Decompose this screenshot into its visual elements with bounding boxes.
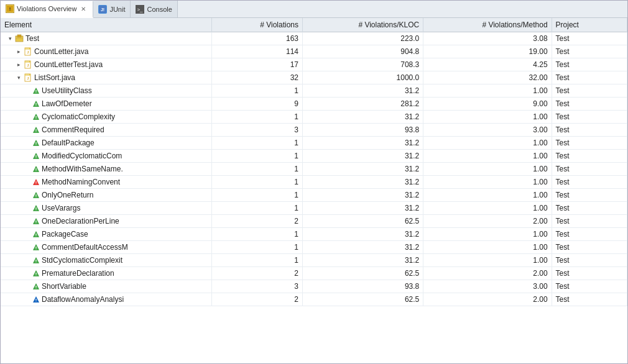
table-row[interactable]: PackageCase 131.21.00Test (1, 228, 627, 241)
col-header-kloc[interactable]: # Violations/KLOC (303, 18, 423, 32)
violations-kloc: 31.2 (303, 137, 423, 150)
svg-text:>_: >_ (137, 7, 144, 12)
svg-text:J: J (27, 50, 29, 54)
violations-count: 17 (212, 58, 303, 71)
svg-point-24 (35, 92, 36, 93)
violations-method: 3.00 (423, 124, 552, 137)
table-row[interactable]: LawOfDemeter 9281.29.00Test (1, 98, 627, 111)
table-row[interactable]: DefaultPackage 131.21.00Test (1, 137, 627, 150)
violation-green-icon (32, 165, 40, 173)
table-row[interactable]: UseUtilityClass 131.21.00Test (1, 84, 627, 98)
table-row[interactable]: CommentRequired 393.83.00Test (1, 124, 627, 137)
element-label: MethodNamingConvent (42, 178, 120, 186)
violations-table: Element # Violations # Violations/KLOC #… (1, 18, 627, 306)
tab-console[interactable]: >_ Console (131, 1, 177, 17)
table-row[interactable]: UseVarargs 131.21.00Test (1, 202, 627, 215)
element-label: DefaultPackage (42, 139, 95, 147)
collapse-arrow[interactable]: ▾ (16, 75, 22, 81)
violation-green-icon (32, 283, 40, 290)
violations-kloc: 223.0 (303, 32, 423, 45)
junit-icon: J! (98, 5, 107, 14)
violations-method: 1.00 (423, 84, 552, 98)
table-body: ▾ Test 163223.03.08Test ▸ J CountLetter.… (1, 32, 627, 306)
violations-method: 2.00 (423, 267, 552, 280)
project-label: Test (552, 215, 627, 228)
violations-method: 3.08 (423, 32, 552, 45)
project-label: Test (552, 71, 627, 84)
violations-kloc: 31.2 (303, 202, 423, 215)
project-label: Test (552, 58, 627, 71)
table-row[interactable]: StdCyclomaticComplexit 131.21.00Test (1, 254, 627, 267)
table-row[interactable]: ModifiedCyclomaticCom 131.21.00Test (1, 150, 627, 163)
collapse-arrow[interactable]: ▾ (7, 35, 13, 42)
violations-count: 9 (212, 98, 303, 111)
violations-method: 1.00 (423, 189, 552, 202)
violations-count: 1 (212, 254, 303, 267)
element-label: PrematureDeclaration (42, 269, 114, 278)
violations-kloc: 31.2 (303, 111, 423, 124)
expand-arrow[interactable]: ▸ (16, 61, 22, 68)
project-label: Test (552, 111, 627, 124)
table-row[interactable]: ShortVariable 393.83.00Test (1, 280, 627, 293)
violations-method: 1.00 (423, 241, 552, 254)
project-label: Test (552, 84, 627, 98)
violations-method: 1.00 (423, 163, 552, 176)
violations-count: 3 (212, 124, 303, 137)
element-label: OnlyOneReturn (42, 191, 93, 199)
violations-count: 1 (212, 163, 303, 176)
violations-method: 1.00 (423, 150, 552, 163)
violations-table-container[interactable]: Element # Violations # Violations/KLOC #… (1, 18, 627, 363)
table-row[interactable]: CyclomaticComplexity 131.21.00Test (1, 111, 627, 124)
element-label: DataflowAnomalyAnalysi (42, 295, 124, 304)
table-row[interactable]: PrematureDeclaration 262.52.00Test (1, 267, 627, 280)
table-row[interactable]: ▾ Test 163223.03.08Test (1, 32, 627, 45)
violation-green-icon (32, 204, 40, 212)
table-row[interactable]: ▸ J CountLetter.java 114904.819.00Test (1, 45, 627, 58)
project-label: Test (552, 45, 627, 58)
svg-point-83 (35, 288, 36, 288)
project-label: Test (552, 124, 627, 137)
table-row[interactable]: OnlyOneReturn 131.21.00Test (1, 189, 627, 202)
svg-text:J!: J! (101, 7, 104, 12)
table-row[interactable]: CommentDefaultAccessM 131.21.00Test (1, 241, 627, 254)
violations-method: 1.00 (423, 202, 552, 215)
col-header-element[interactable]: Element (1, 18, 212, 32)
violations-method: 2.00 (423, 215, 552, 228)
table-row[interactable]: MethodWithSameName. 131.21.00Test (1, 163, 627, 176)
element-label: CountLetterTest.java (34, 60, 103, 69)
violations-count: 1 (212, 202, 303, 215)
element-label: MethodWithSameName. (42, 165, 123, 173)
table-row[interactable]: MethodNamingConvent 131.21.00Test (1, 176, 627, 189)
svg-point-28 (35, 105, 36, 106)
violation-green-icon (32, 87, 40, 94)
svg-text:!: ! (9, 6, 11, 12)
col-header-method[interactable]: # Violations/Method (423, 18, 552, 32)
project-label: Test (552, 98, 627, 111)
tab-violations-label: Violations Overview (17, 5, 76, 12)
violations-icon: ! (6, 4, 14, 13)
table-row[interactable]: ▾ J ListSort.java 321000.032.00Test (1, 71, 627, 84)
svg-point-48 (35, 170, 36, 171)
table-row[interactable]: ▸ J CountLetterTest.java 17708.34.25Test (1, 58, 627, 71)
violation-green-icon (32, 100, 40, 107)
violations-kloc: 31.2 (303, 163, 423, 176)
violations-method: 19.00 (423, 45, 552, 58)
table-row[interactable]: OneDeclarationPerLine 262.52.00Test (1, 215, 627, 228)
project-label: Test (552, 150, 627, 163)
col-header-project[interactable]: Project (552, 18, 627, 32)
violations-kloc: 708.3 (303, 58, 423, 71)
violations-method: 2.00 (423, 293, 552, 306)
tab-violations-close[interactable]: ✕ (79, 4, 88, 13)
tab-violations[interactable]: ! Violations Overview ✕ (1, 1, 93, 18)
violations-count: 1 (212, 111, 303, 124)
col-header-violations[interactable]: # Violations (212, 18, 303, 32)
svg-point-71 (35, 248, 36, 249)
svg-rect-15 (25, 61, 30, 63)
svg-point-51 (35, 183, 36, 184)
tab-bar: ! Violations Overview ✕ J! JUnit >_ (1, 1, 627, 18)
svg-rect-11 (25, 48, 30, 50)
table-row[interactable]: DataflowAnomalyAnalysi 262.52.00Test (1, 293, 627, 306)
expand-arrow[interactable]: ▸ (16, 48, 22, 55)
tab-junit[interactable]: J! JUnit (93, 1, 131, 17)
violations-count: 2 (212, 267, 303, 280)
